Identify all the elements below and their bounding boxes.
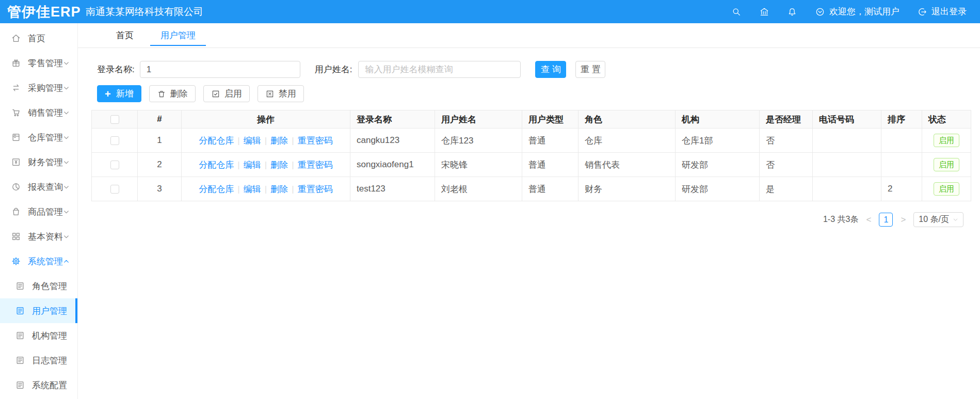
header-actions: 欢迎您，测试用户 退出登录 <box>731 6 967 18</box>
pie-chart-icon <box>11 182 21 192</box>
trash-icon <box>157 89 166 99</box>
company-name: 南通某某网络科技有限公司 <box>86 5 203 19</box>
delete-link[interactable]: 删除 <box>270 136 288 146</box>
delete-button[interactable]: 删除 <box>149 85 196 102</box>
cell-org: 仓库1部 <box>676 129 760 153</box>
cell-actions: 分配仓库|编辑|删除|重置密码 <box>182 177 350 201</box>
sidebar-item-label: 首页 <box>28 33 45 44</box>
cell-phone <box>813 129 881 153</box>
sidebar-item-label: 系统管理 <box>28 256 63 267</box>
reset-password-link[interactable]: 重置密码 <box>298 136 333 146</box>
logout-icon <box>917 7 927 17</box>
delete-link[interactable]: 删除 <box>270 160 288 170</box>
user-dropdown-icon <box>815 7 825 17</box>
cell-index: 2 <box>138 153 182 177</box>
enable-button[interactable]: 启用 <box>203 85 250 102</box>
tab-home[interactable]: 首页 <box>109 23 141 47</box>
edit-link[interactable]: 编辑 <box>244 160 261 170</box>
row-checkbox[interactable] <box>110 136 119 145</box>
row-checkbox[interactable] <box>110 185 119 194</box>
chevron-down-icon <box>63 159 70 166</box>
sidebar-subitem-label: 系统配置 <box>32 379 67 391</box>
user-menu[interactable]: 欢迎您，测试用户 <box>815 6 899 18</box>
chevron-down-icon <box>63 184 70 190</box>
sidebar-item-warehouse[interactable]: 仓库管理 <box>0 125 77 150</box>
sidebar-item-label: 零售管理 <box>28 57 63 69</box>
sidebar-item-sales[interactable]: 销售管理 <box>0 100 77 125</box>
add-button[interactable]: + 新增 <box>97 85 141 102</box>
current-page-button[interactable]: 1 <box>879 213 893 227</box>
prev-page-arrow[interactable]: < <box>865 215 872 225</box>
page-size-select[interactable]: 10 条/页 <box>913 212 963 227</box>
sidebar-item-system[interactable]: 系统管理 <box>0 249 77 274</box>
top-header: 管伊佳ERP 南通某某网络科技有限公司 欢迎您，测试用户 退出登录 <box>0 0 980 23</box>
cell-index: 1 <box>138 129 182 153</box>
query-button[interactable]: 查 询 <box>535 61 566 78</box>
tab-user-management[interactable]: 用户管理 <box>153 23 203 47</box>
sidebar-subitem-logs[interactable]: 日志管理 <box>0 348 77 373</box>
cell-role: 销售代表 <box>579 153 676 177</box>
status-badge: 启用 <box>934 182 959 196</box>
warehouse-icon <box>11 132 21 142</box>
sidebar-item-label: 采购管理 <box>28 82 63 94</box>
edit-link[interactable]: 编辑 <box>244 136 261 146</box>
sidebar-subitem-config[interactable]: 系统配置 <box>0 373 77 397</box>
sidebar-item-retail[interactable]: 零售管理 <box>0 51 77 75</box>
login-name-input[interactable] <box>140 61 300 78</box>
home-icon <box>11 33 21 43</box>
logout-text: 退出登录 <box>931 6 967 18</box>
chevron-down-icon <box>953 217 958 222</box>
cell-manager: 是 <box>760 177 813 201</box>
bank-icon[interactable] <box>759 7 769 17</box>
select-all-checkbox[interactable] <box>110 115 119 124</box>
logout-button[interactable]: 退出登录 <box>917 6 967 18</box>
search-form: 登录名称: 用户姓名: 查 询 重 置 <box>97 61 971 78</box>
chevron-down-icon <box>63 109 70 116</box>
gear-icon <box>11 256 21 266</box>
user-name-input[interactable] <box>358 61 521 78</box>
row-checkbox[interactable] <box>110 161 119 169</box>
sidebar-item-purchase[interactable]: 采购管理 <box>0 75 77 100</box>
sidebar-subitem-roles[interactable]: 角色管理 <box>0 274 77 298</box>
cell-role: 仓库 <box>579 129 676 153</box>
document-icon <box>15 330 25 341</box>
table-row: 1 分配仓库|编辑|删除|重置密码 cangku123 仓库123 普通 仓库 … <box>92 129 971 153</box>
search-icon[interactable] <box>731 7 742 17</box>
reset-button[interactable]: 重 置 <box>575 61 605 78</box>
sidebar-subitem-users[interactable]: 用户管理 <box>0 298 77 323</box>
sidebar-item-home[interactable]: 首页 <box>0 26 77 51</box>
sidebar-item-reports[interactable]: 报表查询 <box>0 174 77 199</box>
sidebar: 首页 零售管理 采购管理 销售管理 仓库管理 <box>0 23 78 399</box>
sidebar-item-label: 销售管理 <box>28 107 63 119</box>
erp-app: 管伊佳ERP 南通某某网络科技有限公司 欢迎您，测试用户 退出登录 首页 <box>0 0 980 399</box>
cell-name: 宋晓锋 <box>435 153 522 177</box>
table-row: 3 分配仓库|编辑|删除|重置密码 test123 刘老根 普通 财务 研发部 … <box>92 177 971 201</box>
bell-icon[interactable] <box>787 7 797 17</box>
delete-link[interactable]: 删除 <box>270 184 288 194</box>
document-icon <box>15 281 25 291</box>
reset-password-link[interactable]: 重置密码 <box>298 184 333 194</box>
assign-warehouse-link[interactable]: 分配仓库 <box>199 184 234 194</box>
cart-icon <box>11 107 21 118</box>
cell-type: 普通 <box>522 177 579 201</box>
cell-type: 普通 <box>522 129 579 153</box>
chevron-down-icon <box>63 60 70 67</box>
assign-warehouse-link[interactable]: 分配仓库 <box>199 136 234 146</box>
disable-button[interactable]: 禁用 <box>258 85 304 102</box>
sidebar-subitem-orgs[interactable]: 机构管理 <box>0 323 77 348</box>
edit-link[interactable]: 编辑 <box>244 184 261 194</box>
document-icon <box>15 380 25 390</box>
cell-name: 仓库123 <box>435 129 522 153</box>
reset-password-link[interactable]: 重置密码 <box>298 160 333 170</box>
sidebar-item-basic-data[interactable]: 基本资料 <box>0 224 77 249</box>
cell-index: 3 <box>138 177 182 201</box>
page-content: 登录名称: 用户姓名: 查 询 重 置 + 新增 删除 <box>78 48 980 227</box>
sidebar-item-goods[interactable]: 商品管理 <box>0 199 77 224</box>
sidebar-item-label: 商品管理 <box>28 206 63 218</box>
cell-sort: 2 <box>881 177 922 201</box>
assign-warehouse-link[interactable]: 分配仓库 <box>199 160 234 170</box>
cell-phone <box>813 177 881 201</box>
sidebar-item-finance[interactable]: 财务管理 <box>0 150 77 174</box>
main-area: 首页 用户管理 登录名称: 用户姓名: 查 询 重 置 + 新增 <box>78 23 980 399</box>
next-page-arrow[interactable]: > <box>899 215 907 225</box>
